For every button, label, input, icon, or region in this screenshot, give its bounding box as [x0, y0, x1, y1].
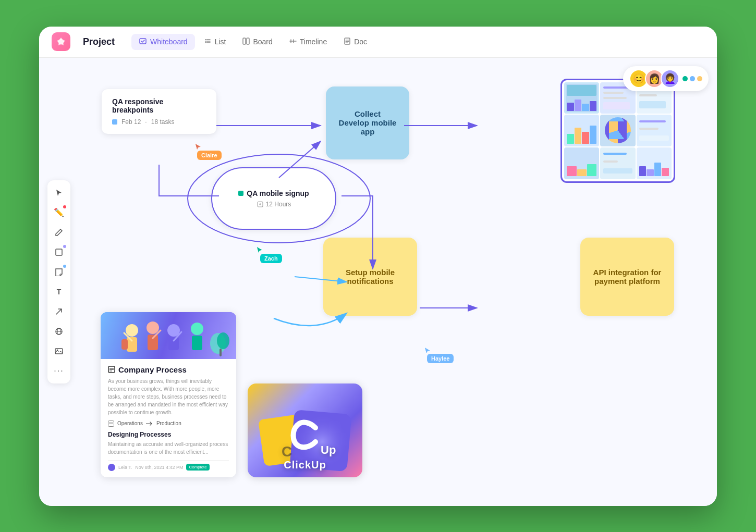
- svg-rect-49: [220, 349, 222, 356]
- shape-dot: [63, 245, 66, 248]
- thumb-9: [637, 147, 672, 179]
- qa-mobile-title: QA mobile signup: [238, 189, 309, 197]
- whiteboard-icon: [139, 37, 147, 47]
- pen-icon: ✏️: [54, 207, 64, 217]
- more-tool[interactable]: ···: [51, 363, 67, 379]
- svg-rect-17: [56, 249, 62, 255]
- cursor-label-zach: Zach: [260, 254, 282, 263]
- qa-responsive-title: QA responsive breakpoints: [112, 97, 206, 114]
- company-process-section: Designing Processes: [108, 431, 229, 438]
- svg-rect-41: [168, 337, 179, 350]
- svg-point-5: [205, 39, 206, 40]
- svg-text:Up: Up: [321, 443, 336, 456]
- svg-text:C: C: [282, 443, 292, 460]
- svg-rect-37: [121, 339, 128, 350]
- svg-rect-21: [55, 349, 63, 354]
- list-icon: [204, 38, 212, 46]
- qa-responsive-date: Feb 12: [121, 118, 141, 126]
- card-api-integration: API integration forpayment platform: [580, 238, 674, 316]
- tab-timeline-label: Timeline: [300, 38, 327, 46]
- card-clickup: Up C ClickUp: [248, 383, 362, 477]
- more-icon: ···: [54, 366, 64, 376]
- doc-date: Nov 8th, 2021 4:42 PM: [135, 465, 183, 470]
- cursor-label-haylee: Haylee: [427, 354, 454, 363]
- sticky-dot: [63, 265, 66, 268]
- text-icon: T: [57, 288, 62, 296]
- qa-mobile-meta: 12 Hours: [257, 201, 291, 208]
- thumb-5: [600, 115, 635, 146]
- company-process-body: Company Process As your business grows, …: [101, 359, 236, 477]
- svg-point-35: [126, 324, 138, 337]
- svg-rect-36: [127, 337, 137, 352]
- left-toolbar: ✏️ T: [47, 180, 70, 383]
- company-process-img: [101, 312, 236, 359]
- svg-point-48: [217, 332, 229, 349]
- timeline-icon: [289, 38, 297, 46]
- card-company-process: Company Process As your business grows, …: [101, 312, 236, 477]
- thumb-4: [564, 115, 599, 146]
- qa-mobile-time: 12 Hours: [266, 201, 291, 208]
- qa-responsive-meta: Feb 12 · 18 tasks: [112, 118, 206, 126]
- tab-list-label: List: [215, 38, 226, 46]
- thumb-6: [637, 115, 672, 146]
- pencil-tool[interactable]: [51, 224, 67, 241]
- sticky-tool[interactable]: [51, 264, 67, 280]
- cursor-zach: [255, 245, 265, 256]
- globe-tool[interactable]: [51, 323, 67, 340]
- tab-doc-label: Doc: [354, 38, 367, 46]
- doc-badge: Complete: [186, 464, 209, 471]
- tab-whiteboard-label: Whiteboard: [150, 38, 188, 46]
- tab-timeline[interactable]: Timeline: [282, 34, 334, 50]
- card-collect-develop: CollectDevelop mobileapp: [326, 86, 409, 159]
- clickup-inner: Up C ClickUp: [248, 383, 362, 477]
- card-setup-mobile: Setup mobilenotifications: [323, 238, 417, 316]
- setup-mobile-text: Setup mobilenotifications: [346, 268, 395, 286]
- pen-dot: [63, 205, 66, 208]
- svg-rect-8: [243, 38, 246, 44]
- tab-list[interactable]: List: [197, 34, 234, 50]
- qa-mobile-dot: [238, 191, 243, 196]
- indicator-green: [682, 76, 688, 81]
- text-tool[interactable]: T: [51, 283, 67, 300]
- doc-author-avatar: [108, 464, 115, 471]
- image-tool[interactable]: [51, 343, 67, 360]
- cursor-tool[interactable]: [51, 184, 67, 201]
- tab-board-label: Board: [253, 38, 272, 46]
- api-integration-text: API integration forpayment platform: [593, 268, 662, 286]
- cursor-haylee: [423, 346, 433, 356]
- company-process-section-text: Maintaining as accurate and well-organiz…: [108, 440, 229, 456]
- whiteboard-canvas[interactable]: ✏️ T: [39, 58, 717, 506]
- avatar-3: 👩‍🦱: [661, 69, 679, 88]
- qa-responsive-separator: ·: [145, 118, 147, 126]
- svg-point-7: [205, 42, 206, 43]
- tab-board[interactable]: Board: [235, 34, 279, 50]
- cursor-label-claire: Claire: [197, 151, 222, 160]
- avatars-panel: 😊 👩 👩‍🦱: [623, 66, 709, 91]
- project-title: Project: [83, 36, 115, 47]
- tab-whiteboard[interactable]: Whiteboard: [131, 34, 195, 50]
- app-window: Project Whiteboard: [39, 27, 717, 506]
- collect-develop-text: CollectDevelop mobileapp: [339, 109, 397, 136]
- svg-rect-39: [148, 335, 158, 350]
- qa-responsive-tasks: 18 tasks: [151, 118, 175, 126]
- card-qa-responsive: QA responsive breakpoints Feb 12 · 18 ta…: [102, 89, 216, 134]
- arrow-tool[interactable]: [51, 303, 67, 320]
- indicator-blue: [690, 76, 695, 81]
- project-logo: [52, 32, 70, 51]
- company-process-flow: Operations Production: [108, 420, 229, 427]
- svg-point-42: [191, 323, 203, 335]
- nav-tabs: Whiteboard List: [131, 34, 374, 50]
- thumb-7: [564, 147, 599, 179]
- pen-tool[interactable]: ✏️: [51, 204, 67, 221]
- shape-tool[interactable]: [51, 244, 67, 261]
- thumb-8: [600, 147, 635, 179]
- svg-rect-43: [192, 336, 202, 350]
- thumb-1: [564, 82, 599, 114]
- board-icon: [242, 38, 250, 46]
- doc-author: Leia T.: [118, 465, 132, 470]
- svg-rect-9: [247, 38, 249, 44]
- card-dashboard: [560, 79, 675, 183]
- company-process-footer: Leia T. Nov 8th, 2021 4:42 PM Complete: [108, 460, 229, 471]
- header: Project Whiteboard: [39, 27, 717, 58]
- tab-doc[interactable]: Doc: [336, 34, 374, 50]
